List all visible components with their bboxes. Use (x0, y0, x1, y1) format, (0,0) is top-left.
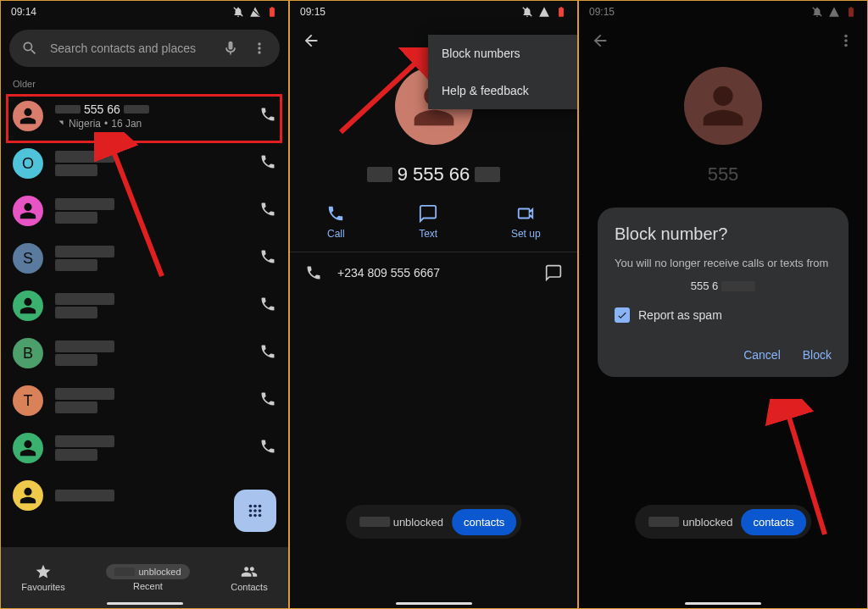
menu-help-feedback[interactable]: Help & feedback (428, 72, 577, 109)
action-call[interactable]: Call (326, 204, 345, 240)
search-bar[interactable]: Search contacts and places (9, 30, 280, 67)
toast-text: unblocked (393, 516, 443, 529)
call-row[interactable] (1, 187, 288, 235)
call-button[interactable] (259, 106, 276, 126)
dialpad-fab[interactable] (234, 490, 276, 532)
battery-icon (266, 6, 278, 18)
menu-block-numbers[interactable]: Block numbers (428, 35, 577, 72)
action-text[interactable]: Text (419, 204, 437, 240)
avatar: O (13, 148, 43, 179)
search-icon (21, 40, 38, 57)
row-number: 555 66 (84, 102, 120, 116)
toast: unblocked contacts (635, 505, 811, 539)
report-spam-checkbox[interactable]: Report as spam (615, 307, 832, 323)
phone-icon (305, 264, 322, 281)
gesture-bar (396, 602, 472, 605)
avatar: B (13, 338, 43, 368)
call-row[interactable]: T (1, 377, 288, 424)
avatar (13, 196, 43, 226)
call-row[interactable] (1, 424, 288, 472)
phone-detail-row[interactable]: +234 809 555 6667 (290, 252, 577, 293)
dialog-block-button[interactable]: Block (803, 348, 832, 362)
battery-icon (555, 6, 567, 18)
redacted (55, 105, 81, 113)
outgoing-icon (55, 119, 65, 129)
bottom-nav: Favourites unblockedRecent Contacts (1, 547, 288, 608)
row-date: 16 Jan (111, 118, 142, 130)
avatar (13, 291, 43, 321)
nav-recent[interactable]: unblockedRecent (106, 564, 189, 591)
dialog-body: You will no longer receive calls or text… (615, 256, 832, 271)
pane-contact-detail: 09:15 9555 66 Call Text Set up +234 809 … (289, 0, 578, 609)
call-button[interactable] (259, 390, 276, 411)
call-button[interactable] (259, 296, 276, 316)
section-older: Older (1, 74, 288, 92)
avatar (13, 433, 43, 463)
call-row[interactable]: B (1, 329, 288, 377)
status-bar: 09:15 (290, 1, 577, 23)
signal-icon (249, 6, 261, 18)
star-icon (35, 563, 52, 580)
call-row[interactable]: O (1, 140, 288, 187)
checkbox-label: Report as spam (638, 308, 722, 322)
more-icon[interactable] (251, 40, 268, 57)
dnd-icon (232, 6, 244, 18)
call-button[interactable] (259, 438, 276, 458)
search-placeholder: Search contacts and places (50, 42, 210, 55)
mic-icon[interactable] (222, 40, 239, 57)
call-button[interactable] (259, 343, 276, 363)
svg-point-10 (259, 514, 262, 518)
phone-number-text: +234 809 555 6667 (337, 266, 530, 280)
svg-point-8 (249, 514, 253, 518)
signal-icon (538, 6, 550, 18)
pane-block-dialog: 09:15 555 Block number? You will no long… (578, 0, 868, 609)
dialog-number: 555 6 (615, 280, 832, 292)
status-icons (232, 6, 278, 18)
svg-point-2 (249, 505, 253, 508)
message-icon (419, 204, 437, 223)
svg-point-9 (253, 514, 257, 518)
dnd-icon (521, 6, 533, 18)
avatar: S (13, 243, 43, 274)
pane-recent-calls: 09:14 Search contacts and places Older 5… (0, 0, 289, 609)
toast: unblocked contacts (346, 505, 522, 539)
call-row[interactable] (1, 282, 288, 329)
back-icon[interactable] (302, 31, 320, 50)
message-icon[interactable] (545, 264, 562, 281)
toast-text: unblocked (682, 516, 732, 529)
toast-action[interactable]: contacts (452, 509, 516, 535)
checkbox-icon (615, 307, 630, 323)
call-button[interactable] (259, 201, 276, 221)
status-bar: 09:14 (1, 1, 288, 23)
clock: 09:15 (300, 6, 326, 18)
contact-number: 9555 66 (367, 163, 501, 185)
action-setup[interactable]: Set up (511, 204, 541, 240)
avatar (13, 480, 43, 511)
row-location: Nigeria (69, 118, 101, 130)
call-row-highlighted[interactable]: 555 66 Nigeria•16 Jan (1, 92, 288, 140)
contacts-icon (241, 563, 258, 580)
redacted (124, 105, 149, 113)
gesture-bar (685, 602, 761, 605)
clock: 09:14 (11, 6, 36, 18)
avatar (13, 101, 43, 131)
call-button[interactable] (259, 153, 276, 174)
overflow-menu: Block numbers Help & feedback (428, 35, 577, 109)
call-button[interactable] (259, 248, 276, 269)
svg-point-3 (253, 505, 257, 508)
svg-point-7 (259, 509, 262, 512)
gesture-bar (107, 602, 183, 605)
video-icon (516, 204, 535, 223)
phone-icon (326, 204, 345, 223)
nav-contacts[interactable]: Contacts (231, 563, 267, 592)
svg-point-5 (249, 509, 253, 512)
svg-point-6 (253, 509, 257, 512)
call-row[interactable]: S (1, 235, 288, 282)
svg-point-4 (259, 505, 262, 508)
row-main: 555 66 Nigeria•16 Jan (55, 102, 248, 130)
avatar: T (13, 385, 43, 416)
toast-action[interactable]: contacts (741, 509, 805, 535)
dialog-cancel-button[interactable]: Cancel (743, 348, 781, 362)
nav-favourites[interactable]: Favourites (21, 563, 64, 592)
dialog-title: Block number? (615, 224, 832, 244)
